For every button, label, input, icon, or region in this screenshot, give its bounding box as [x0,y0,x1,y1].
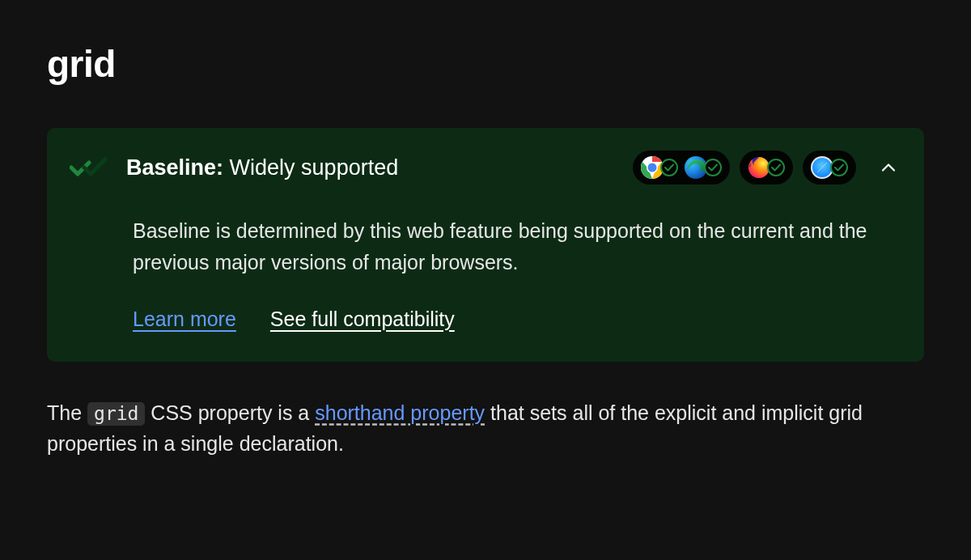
check-icon [704,159,722,176]
baseline-check-icon [70,156,108,179]
baseline-card: Baseline: Widely supported [47,128,924,362]
browser-chrome [641,156,678,179]
baseline-status-text: Widely supported [230,155,399,180]
shorthand-property-link[interactable]: shorthand property [315,401,485,424]
check-icon [660,159,678,176]
browser-group-safari [803,151,856,185]
browser-edge [685,156,722,179]
intro-text: CSS property is a [145,401,315,424]
learn-more-link[interactable]: Learn more [133,308,236,331]
svg-point-2 [648,163,657,172]
check-icon [830,159,848,176]
intro-text: The [47,401,87,424]
check-icon [767,159,785,176]
intro-paragraph: The grid CSS property is a shorthand pro… [47,397,924,460]
page-title: grid [47,42,924,86]
browser-support-row [633,151,895,185]
browser-group-firefox [740,151,793,185]
baseline-description: Baseline is determined by this web featu… [133,215,895,278]
browser-group-chrome-edge [633,151,730,185]
code-grid: grid [87,402,145,426]
browser-firefox [748,156,785,179]
chevron-up-icon[interactable] [882,160,895,175]
baseline-links: Learn more See full compatibility [133,308,895,331]
baseline-status: Baseline: Widely supported [126,155,615,180]
browser-safari [811,156,848,179]
baseline-label: Baseline: [126,155,223,180]
baseline-header: Baseline: Widely supported [70,151,895,185]
see-full-compat-link[interactable]: See full compatibility [270,308,455,331]
